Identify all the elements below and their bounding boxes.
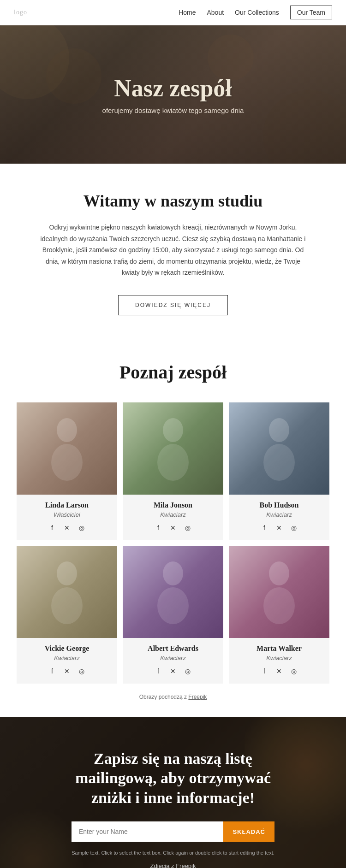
twitter-icon-1[interactable]: ✕ — [168, 523, 178, 533]
instagram-icon-3[interactable]: ◎ — [77, 666, 87, 676]
newsletter-photo-credit: Zdjęcia z Freepik — [37, 862, 309, 868]
team-role-3: Kwiaciarz — [22, 655, 112, 661]
team-card-info-1: Mila Jonson Kwiaciarz f ✕ ◎ — [123, 495, 223, 540]
team-card-info-4: Albert Edwards Kwiaciarz f ✕ ◎ — [123, 638, 223, 684]
welcome-text: Odkryj wykwintne piękno naszych kwiatowy… — [39, 222, 307, 278]
instagram-icon-0[interactable]: ◎ — [77, 523, 87, 533]
team-role-2: Kwiaciarz — [234, 511, 324, 518]
team-name-4: Albert Edwards — [128, 644, 218, 653]
team-photo-2 — [229, 402, 329, 495]
newsletter-name-input[interactable] — [72, 821, 223, 842]
team-social-3: f ✕ ◎ — [22, 666, 112, 676]
navbar: logo Home About Our Collections Our Team — [0, 0, 346, 25]
facebook-icon-4[interactable]: f — [153, 666, 163, 676]
team-card-4: Albert Edwards Kwiaciarz f ✕ ◎ — [123, 546, 223, 684]
team-card-2: Bob Hudson Kwiaciarz f ✕ ◎ — [229, 402, 329, 540]
twitter-icon-3[interactable]: ✕ — [62, 666, 72, 676]
svg-point-8 — [163, 561, 183, 585]
svg-point-7 — [51, 587, 83, 624]
twitter-icon-2[interactable]: ✕ — [274, 523, 284, 533]
team-photo-0 — [17, 402, 117, 495]
instagram-icon-4[interactable]: ◎ — [183, 666, 193, 676]
team-name-1: Mila Jonson — [128, 501, 218, 509]
team-photo-1 — [123, 402, 223, 495]
nav-home[interactable]: Home — [179, 9, 196, 16]
svg-point-2 — [163, 418, 183, 442]
newsletter-sample-text: Sample text. Click to select the text bo… — [72, 849, 274, 857]
hero-subtitle: oferujemy dostawę kwiatów tego samego dn… — [102, 106, 244, 114]
team-social-4: f ✕ ◎ — [128, 666, 218, 676]
instagram-icon-1[interactable]: ◎ — [183, 523, 193, 533]
team-role-4: Kwiaciarz — [128, 655, 218, 661]
image-credit: Obrazy pochodzą z Freepik — [14, 686, 332, 708]
svg-point-4 — [269, 418, 289, 442]
facebook-icon-1[interactable]: f — [153, 523, 163, 533]
facebook-icon-2[interactable]: f — [259, 523, 269, 533]
team-section: Poznaj zespół Linda Larson Właściciel f … — [0, 338, 346, 717]
team-photo-4 — [123, 546, 223, 638]
team-card-info-3: Vickie George Kwiaciarz f ✕ ◎ — [17, 638, 117, 684]
team-role-1: Kwiaciarz — [128, 511, 218, 518]
welcome-section: Witamy w naszym studiu Odkryj wykwintne … — [0, 164, 346, 338]
logo: logo — [14, 9, 27, 16]
nav-about[interactable]: About — [207, 9, 224, 16]
team-card-info-2: Bob Hudson Kwiaciarz f ✕ ◎ — [229, 495, 329, 540]
hero-section: Nasz zespół oferujemy dostawę kwiatów te… — [0, 25, 346, 164]
team-card-3: Vickie George Kwiaciarz f ✕ ◎ — [17, 546, 117, 684]
hero-title: Nasz zespół — [102, 75, 244, 102]
instagram-icon-2[interactable]: ◎ — [289, 523, 299, 533]
team-name-5: Marta Walker — [234, 644, 324, 653]
newsletter-freepik-link[interactable]: Freepik — [176, 862, 196, 868]
svg-point-0 — [57, 418, 77, 442]
freepik-link[interactable]: Freepik — [188, 694, 207, 700]
newsletter-content: Zapisz się na naszą listę mailingową, ab… — [37, 749, 309, 868]
nav-links: Home About Our Collections Our Team — [179, 6, 332, 19]
team-card-info-0: Linda Larson Właściciel f ✕ ◎ — [17, 495, 117, 540]
team-role-0: Właściciel — [22, 511, 112, 518]
instagram-icon-5[interactable]: ◎ — [289, 666, 299, 676]
team-name-2: Bob Hudson — [234, 501, 324, 509]
svg-point-1 — [51, 444, 83, 481]
welcome-title: Witamy w naszym studiu — [37, 191, 309, 211]
team-social-2: f ✕ ◎ — [234, 523, 324, 533]
twitter-icon-4[interactable]: ✕ — [168, 666, 178, 676]
team-name-3: Vickie George — [22, 644, 112, 653]
team-photo-5 — [229, 546, 329, 638]
team-card-info-5: Marta Walker Kwiaciarz f ✕ ◎ — [229, 638, 329, 684]
twitter-icon-5[interactable]: ✕ — [274, 666, 284, 676]
facebook-icon-3[interactable]: f — [47, 666, 57, 676]
team-grid: Linda Larson Właściciel f ✕ ◎ Mila Jonso… — [14, 400, 332, 686]
team-title: Poznaj zespół — [14, 361, 332, 383]
svg-point-5 — [263, 444, 295, 481]
team-role-5: Kwiaciarz — [234, 655, 324, 661]
newsletter-section: Zapisz się na naszą listę mailingową, ab… — [0, 717, 346, 868]
team-social-1: f ✕ ◎ — [128, 523, 218, 533]
svg-point-9 — [157, 587, 189, 624]
twitter-icon-0[interactable]: ✕ — [62, 523, 72, 533]
svg-point-11 — [263, 587, 295, 624]
facebook-icon-5[interactable]: f — [259, 666, 269, 676]
nav-team-btn[interactable]: Our Team — [290, 6, 332, 19]
team-card-1: Mila Jonson Kwiaciarz f ✕ ◎ — [123, 402, 223, 540]
newsletter-submit-button[interactable]: SKŁADAĆ — [223, 821, 274, 842]
team-social-5: f ✕ ◎ — [234, 666, 324, 676]
team-card-5: Marta Walker Kwiaciarz f ✕ ◎ — [229, 546, 329, 684]
newsletter-form: SKŁADAĆ — [72, 821, 274, 842]
newsletter-title: Zapisz się na naszą listę mailingową, ab… — [62, 749, 284, 808]
hero-content: Nasz zespół oferujemy dostawę kwiatów te… — [102, 75, 244, 114]
svg-point-6 — [57, 561, 77, 585]
svg-point-10 — [269, 561, 289, 585]
facebook-icon-0[interactable]: f — [47, 523, 57, 533]
svg-point-3 — [157, 444, 189, 481]
team-card-0: Linda Larson Właściciel f ✕ ◎ — [17, 402, 117, 540]
learn-more-button[interactable]: DOWIEDZ SIĘ WIĘCEJ — [118, 295, 228, 315]
team-photo-3 — [17, 546, 117, 638]
nav-collections[interactable]: Our Collections — [235, 9, 279, 16]
team-social-0: f ✕ ◎ — [22, 523, 112, 533]
team-name-0: Linda Larson — [22, 501, 112, 509]
